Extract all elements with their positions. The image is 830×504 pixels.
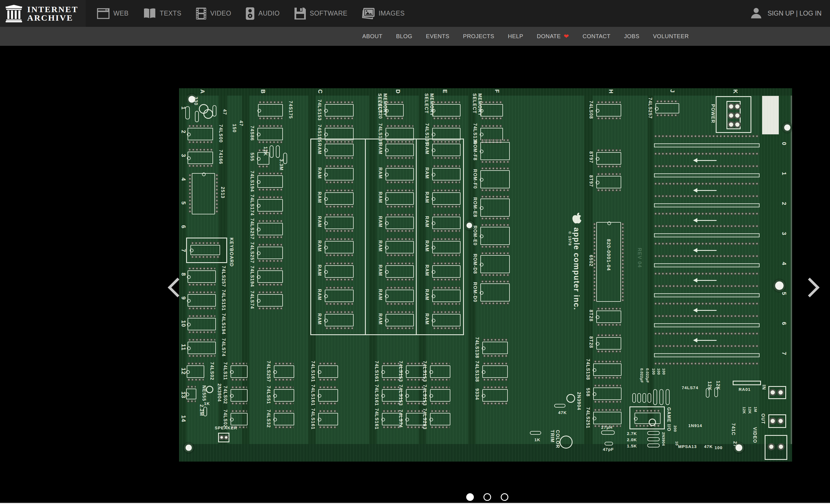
- carousel-next-button[interactable]: [800, 278, 820, 297]
- pcb-chip-pins: [386, 262, 413, 265]
- pcb-column-letter: B: [260, 89, 266, 94]
- pcb-silkscreen-label: 47K: [704, 444, 713, 449]
- pcb-slot-number: 5: [781, 292, 787, 296]
- subnav-label: ABOUT: [362, 33, 382, 40]
- pcb-mounting-hole: [784, 125, 790, 131]
- pcb-silkscreen-label: 741C: [731, 423, 736, 436]
- pcb-chip-notch: [324, 295, 328, 298]
- pcb-silkscreen-label: 555: [250, 153, 255, 162]
- pcb-mounting-hole: [775, 281, 784, 290]
- pcb-transistor-outline: [203, 109, 213, 119]
- nav-item-audio[interactable]: AUDIO: [246, 7, 280, 20]
- pcb-silkscreen-label: GAME I/O: [666, 407, 672, 432]
- pcb-slot-pin-row: [654, 165, 760, 168]
- pcb-resistor-outline: [647, 443, 660, 447]
- nav-label: SOFTWARE: [310, 10, 347, 17]
- pcb-chip-pins: [386, 286, 413, 289]
- pcb-silkscreen-label: RAM: [424, 240, 430, 252]
- pcb-silkscreen-label: RAM: [378, 143, 383, 155]
- subnav-item-donate[interactable]: DONATE❤: [537, 33, 569, 40]
- subnav-item-contact[interactable]: CONTACT: [582, 33, 610, 40]
- pcb-silkscreen-label: 74LS153: [398, 361, 404, 382]
- pcb-chip-pins: [275, 362, 294, 365]
- pcb-chip-pins: [258, 236, 282, 239]
- pcb-chip: [257, 247, 283, 259]
- pcb-chip-pins: [325, 254, 353, 257]
- pcb-chip-pins: [258, 307, 282, 310]
- signup-login-link[interactable]: SIGN UP | LOG IN: [767, 10, 822, 17]
- nav-item-texts[interactable]: TEXTS: [143, 8, 182, 19]
- pcb-chip-pins: [597, 350, 621, 353]
- carousel-dot-2[interactable]: [483, 493, 491, 501]
- pcb-chip-notch: [596, 315, 600, 319]
- nav-item-images[interactable]: IMAGES: [362, 8, 405, 19]
- subnav-item-volunteer[interactable]: VOLUNTEER: [653, 33, 689, 40]
- pcb-column-letter: D: [395, 89, 401, 94]
- pcb-chip: [386, 192, 414, 205]
- pcb-chip-pins: [433, 229, 460, 233]
- pcb-chip-notch: [432, 246, 435, 249]
- subnav-item-events[interactable]: EVENTS: [426, 33, 449, 40]
- pcb-silkscreen-label: 74166: [218, 149, 223, 164]
- pcb-chip-notch: [273, 370, 277, 374]
- pcb-chip: [482, 389, 508, 402]
- pcb-silkscreen-label: 74LS153: [398, 384, 404, 406]
- pcb-chip-notch: [482, 346, 485, 350]
- pcb-silkscreen-label: 1N914: [688, 423, 702, 428]
- subnav-item-jobs[interactable]: JOBS: [624, 33, 639, 40]
- nav-item-video[interactable]: VIDEO: [196, 8, 231, 20]
- pcb-chip-notch: [480, 291, 483, 295]
- pcb-silkscreen-label: RAM: [317, 143, 322, 155]
- pcb-slot-number: 1: [781, 172, 787, 176]
- pcb-chip-pins: [433, 262, 460, 265]
- pcb-chip-notch: [257, 251, 260, 255]
- subnav-item-about[interactable]: ABOUT: [362, 33, 382, 40]
- pcb-chip: [188, 128, 213, 140]
- pcb-chip-pins: [430, 362, 450, 365]
- pcb-chip-notch: [385, 319, 389, 323]
- internet-archive-logo[interactable]: INTERNET ARCHIVE: [0, 0, 86, 27]
- pcb-chip-notch: [381, 370, 385, 374]
- pcb-resistor-outline: [276, 145, 280, 158]
- pcb-slot-pin-row: [654, 242, 760, 245]
- pcb-label-sticker: [762, 96, 779, 134]
- pcb-chip-notch: [432, 222, 435, 225]
- pcb-ram-box-divider: [365, 139, 366, 335]
- pcb-row-number: 2: [181, 130, 186, 134]
- pcb-silkscreen-label: RAM: [317, 192, 322, 203]
- subnav-item-help[interactable]: HELP: [508, 33, 523, 40]
- pcb-chip-pins: [231, 378, 247, 381]
- pcb-silkscreen-label: 74LS161: [310, 361, 316, 382]
- pcb-silkscreen-label: 150: [232, 124, 237, 133]
- nav-item-software[interactable]: SOFTWARE: [294, 8, 347, 20]
- pcb-slot-pin-row: [654, 284, 760, 288]
- nav-item-web[interactable]: WEB: [97, 8, 129, 19]
- pcb-resistor-outline: [632, 393, 636, 403]
- pcb-chip: [432, 314, 460, 326]
- pcb-connector-pin: [778, 419, 783, 423]
- pcb-chip-pins: [433, 140, 460, 143]
- speaker-icon: [246, 7, 254, 20]
- pcb-image[interactable]: ABCDEFHJK12345678910111213140123456774LS…: [179, 88, 792, 462]
- pcb-silkscreen-label: 12K: [741, 407, 747, 414]
- pcb-slot-pin-row: [654, 332, 760, 335]
- pcb-chip: [386, 241, 414, 254]
- pcb-chip-pins: [258, 188, 282, 191]
- subnav-item-blog[interactable]: BLOG: [396, 33, 412, 40]
- carousel-dot-1[interactable]: [466, 493, 474, 501]
- pcb-row-number: 9: [181, 296, 186, 300]
- pcb-chip-notch: [273, 418, 277, 422]
- pcb-chip-notch: [596, 157, 600, 161]
- pcb-silkscreen-label: 8T28: [588, 336, 594, 348]
- pcb-chip-pins: [386, 140, 413, 143]
- pcb-silkscreen-label: 74LS02: [209, 362, 215, 380]
- subnav-item-projects[interactable]: PROJECTS: [463, 33, 494, 40]
- pcb-chip-pins: [259, 117, 282, 120]
- pcb-chip-notch: [257, 228, 260, 231]
- carousel-dot-3[interactable]: [501, 493, 508, 501]
- pcb-slot-pin-row: [654, 212, 760, 215]
- pcb-silkscreen-label: 74LS151: [221, 290, 226, 311]
- pcb-chip-notch: [324, 246, 328, 249]
- pcb-chip: [386, 290, 414, 302]
- person-icon[interactable]: [751, 7, 762, 20]
